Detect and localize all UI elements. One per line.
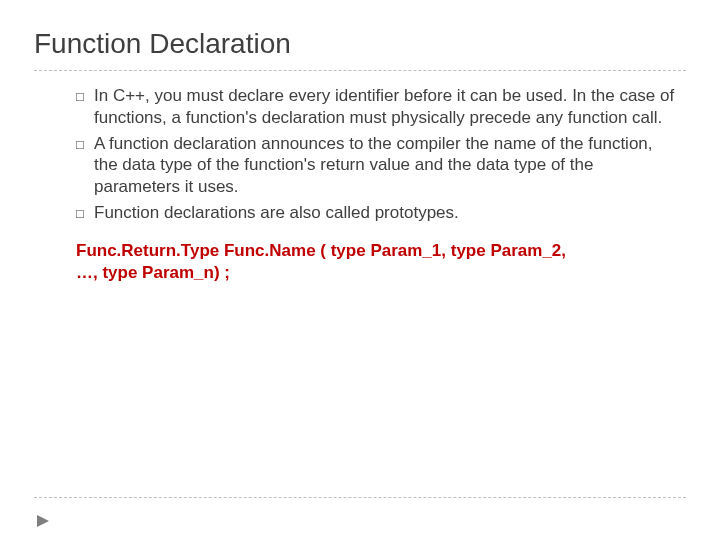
bullet-text: In C++, you must declare every identifie… xyxy=(94,86,674,127)
slide: Function Declaration □In C++, you must d… xyxy=(0,0,720,540)
syntax-block: Func.Return.Type Func.Name ( type Param_… xyxy=(76,240,680,286)
title-separator xyxy=(34,70,686,71)
svg-marker-0 xyxy=(37,515,49,527)
syntax-line-1: Func.Return.Type Func.Name ( type Param_… xyxy=(76,240,680,263)
bullet-item: □In C++, you must declare every identifi… xyxy=(76,85,680,129)
corner-arrow-icon xyxy=(36,514,50,528)
slide-title: Function Declaration xyxy=(34,28,686,60)
bullet-text: A function declaration announces to the … xyxy=(94,134,653,197)
bullet-square-icon: □ xyxy=(76,206,94,223)
syntax-line-2: …, type Param_n) ; xyxy=(76,262,680,285)
bullet-square-icon: □ xyxy=(76,89,94,106)
bullet-text: Function declarations are also called pr… xyxy=(94,203,459,222)
body-area: □In C++, you must declare every identifi… xyxy=(34,85,686,285)
bullet-item: □A function declaration announces to the… xyxy=(76,133,680,198)
footer-separator xyxy=(34,497,686,498)
bullet-item: □Function declarations are also called p… xyxy=(76,202,680,224)
bullet-square-icon: □ xyxy=(76,137,94,154)
